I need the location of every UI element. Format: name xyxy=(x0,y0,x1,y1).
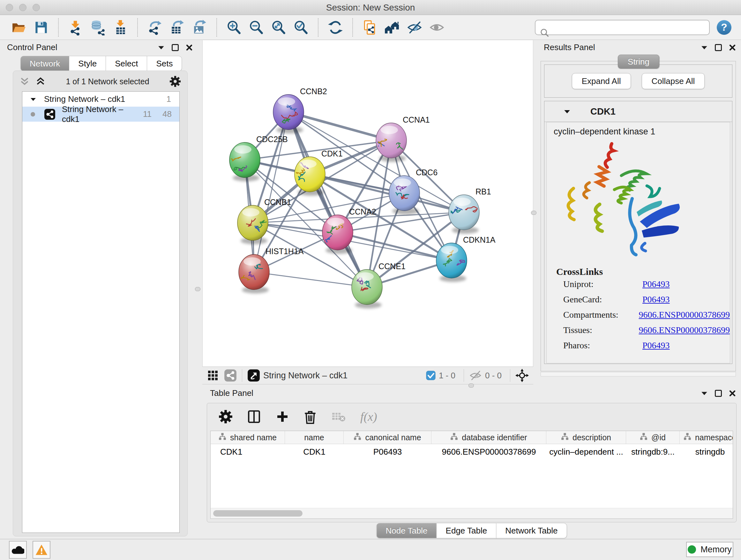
create-column-plus-icon[interactable] xyxy=(275,410,289,424)
hide-selected-button[interactable] xyxy=(406,19,423,36)
warnings-button[interactable] xyxy=(32,541,51,559)
collapse-entry-icon[interactable] xyxy=(563,109,570,114)
crosslink-link[interactable]: P06493 xyxy=(643,294,670,305)
help-button[interactable]: ? xyxy=(717,20,731,35)
close-panel-icon[interactable] xyxy=(729,44,736,51)
cloud-status-button[interactable] xyxy=(9,541,27,559)
table-row[interactable]: CDK1CDK1P064939606.ENSP00000378699cyclin… xyxy=(211,444,733,459)
tab-style[interactable]: Style xyxy=(69,56,106,71)
collapse-all-button[interactable]: Collapse All xyxy=(642,73,705,89)
toolbar-separator xyxy=(58,18,59,37)
toolbar-separator xyxy=(216,18,217,37)
main-toolbar: ? xyxy=(0,15,741,40)
crosslink-link[interactable]: P06493 xyxy=(643,340,670,351)
network-node-CCNE1[interactable]: CCNE1 xyxy=(352,262,406,308)
column-header-namespace[interactable]: namespace xyxy=(680,431,733,444)
show-all-networks-button[interactable] xyxy=(384,19,401,36)
table-cell[interactable]: stringdb xyxy=(680,447,733,457)
table-cell[interactable]: 9606.ENSP00000378699 xyxy=(431,447,546,457)
panel-menu-icon[interactable] xyxy=(158,45,165,50)
network-node-CDC6[interactable]: CDC6 xyxy=(389,168,437,214)
tab-node-table[interactable]: Node Table xyxy=(377,523,437,538)
panel-menu-icon[interactable] xyxy=(701,391,708,396)
scrollbar-thumb[interactable] xyxy=(213,510,302,516)
crosslink-row: Pharos:P06493 xyxy=(563,340,730,351)
zoom-out-button[interactable] xyxy=(248,19,265,36)
show-hidden-button[interactable] xyxy=(428,19,446,36)
new-network-from-selection-button[interactable] xyxy=(361,19,379,36)
results-scrollbar-track[interactable] xyxy=(541,372,736,376)
tab-string[interactable]: String xyxy=(618,55,659,69)
close-panel-icon[interactable] xyxy=(729,390,736,397)
table-options-gear-icon[interactable] xyxy=(219,410,232,424)
export-network-button[interactable] xyxy=(146,19,163,36)
column-header-shared-name[interactable]: shared name xyxy=(211,431,285,444)
panel-menu-icon[interactable] xyxy=(701,45,708,50)
table-cell[interactable]: CDK1 xyxy=(211,447,285,457)
grid-view-icon[interactable] xyxy=(207,369,219,381)
tab-edge-table[interactable]: Edge Table xyxy=(437,523,496,538)
export-image-button[interactable] xyxy=(191,19,208,36)
close-panel-icon[interactable] xyxy=(186,44,193,51)
network-node-CDKN1A[interactable]: CDKN1A xyxy=(436,235,495,282)
tab-network[interactable]: Network xyxy=(20,56,69,71)
right-splitter-handle[interactable] xyxy=(531,211,536,215)
refresh-icon xyxy=(327,19,343,36)
open-in-window-icon[interactable] xyxy=(247,369,260,382)
apply-layout-button[interactable] xyxy=(327,19,344,36)
table-cell[interactable]: cyclin–dependent ... xyxy=(546,447,626,457)
network-node-CCNB2[interactable]: CCNB2 xyxy=(273,87,327,133)
delete-column-trash-icon[interactable] xyxy=(304,409,317,424)
selected-count: 1 - 0 xyxy=(439,371,455,381)
table-cell[interactable]: P06493 xyxy=(344,447,431,457)
table-hscrollbar[interactable] xyxy=(211,508,733,518)
tab-select[interactable]: Select xyxy=(106,56,147,71)
crosslink-link[interactable]: P06493 xyxy=(643,279,670,289)
import-network-database-button[interactable] xyxy=(89,19,107,36)
float-panel-icon[interactable] xyxy=(172,44,179,51)
column-header-canonical-name[interactable]: canonical name xyxy=(344,431,431,444)
import-network-file-button[interactable] xyxy=(67,19,84,36)
network-thumbnail-icon[interactable] xyxy=(224,369,237,382)
table-cell[interactable]: CDK1 xyxy=(285,447,344,457)
table-cell[interactable]: stringdb:9... xyxy=(626,447,680,457)
node-result-header[interactable]: CDK1 xyxy=(544,101,732,122)
zoom-fit-button[interactable] xyxy=(270,19,287,36)
float-panel-icon[interactable] xyxy=(715,390,722,397)
show-columns-icon[interactable] xyxy=(247,409,261,424)
crosslink-link[interactable]: 9606.ENSP00000378699 xyxy=(639,310,730,320)
node-count: 11 xyxy=(143,109,151,119)
column-header-name[interactable]: name xyxy=(285,431,344,444)
network-node-RB1[interactable]: RB1 xyxy=(449,187,491,234)
tab-network-table[interactable]: Network Table xyxy=(496,523,567,538)
network-node-HIST1H1A[interactable]: HIST1H1A xyxy=(239,247,304,294)
column-header--id[interactable]: @id xyxy=(626,431,680,444)
export-table-button[interactable] xyxy=(169,19,186,36)
hidden-eye-icon[interactable] xyxy=(469,370,482,381)
import-table-file-button[interactable] xyxy=(112,19,129,36)
save-session-button[interactable] xyxy=(32,19,50,36)
float-panel-icon[interactable] xyxy=(715,44,722,51)
zoom-in-button[interactable] xyxy=(225,19,243,36)
pan-crosshair-icon[interactable] xyxy=(515,369,529,382)
collapse-all-icon[interactable] xyxy=(19,77,30,86)
network-row-selected[interactable]: String Network – cdk1 11 48 xyxy=(22,107,179,122)
tree-expand-icon[interactable] xyxy=(30,97,37,102)
delete-table-icon[interactable] xyxy=(331,410,346,423)
selected-checkbox-icon[interactable] xyxy=(426,371,435,380)
search-input[interactable] xyxy=(535,20,710,35)
network-node-CCNA1[interactable]: CCNA1 xyxy=(373,115,430,162)
network-column-icon xyxy=(640,433,648,442)
tab-sets[interactable]: Sets xyxy=(147,56,182,71)
network-options-gear-icon[interactable] xyxy=(170,76,181,87)
open-session-button[interactable] xyxy=(10,19,27,36)
expand-all-button[interactable]: Expand All xyxy=(572,73,631,89)
expand-all-icon[interactable] xyxy=(36,77,46,86)
column-header-database-identifier[interactable]: database identifier xyxy=(431,431,546,444)
zoom-selected-button[interactable] xyxy=(292,19,310,36)
crosslink-link[interactable]: 9606.ENSP00000378699 xyxy=(639,325,730,335)
memory-button[interactable]: Memory xyxy=(686,542,733,557)
column-header-description[interactable]: description xyxy=(546,431,626,444)
left-splitter-handle[interactable] xyxy=(195,287,200,291)
network-view-canvas[interactable]: CCNB2CCNA1CDC25BCDK1CDC6RB1CCNB1CCNA2CDK… xyxy=(202,40,533,367)
